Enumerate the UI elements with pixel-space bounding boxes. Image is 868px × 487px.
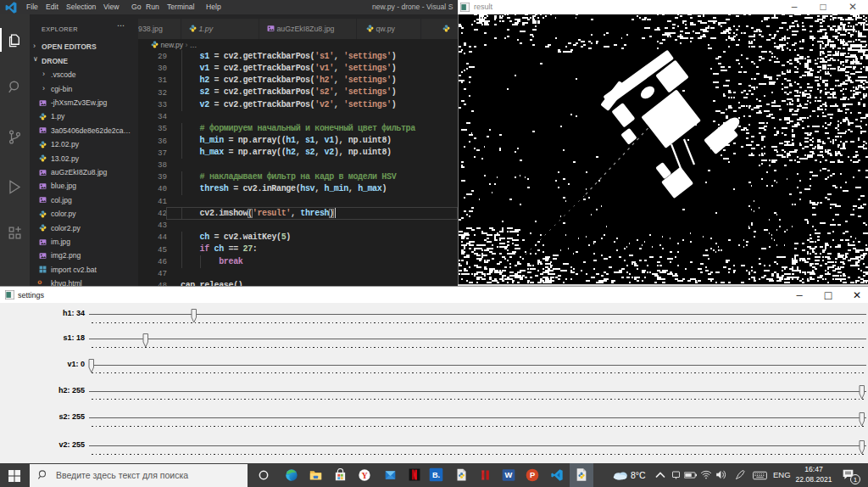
svg-text:W: W [505,471,513,479]
svg-text:Y: Y [361,471,368,480]
svg-text:P: P [530,471,535,479]
svg-text:B.: B. [432,471,440,479]
